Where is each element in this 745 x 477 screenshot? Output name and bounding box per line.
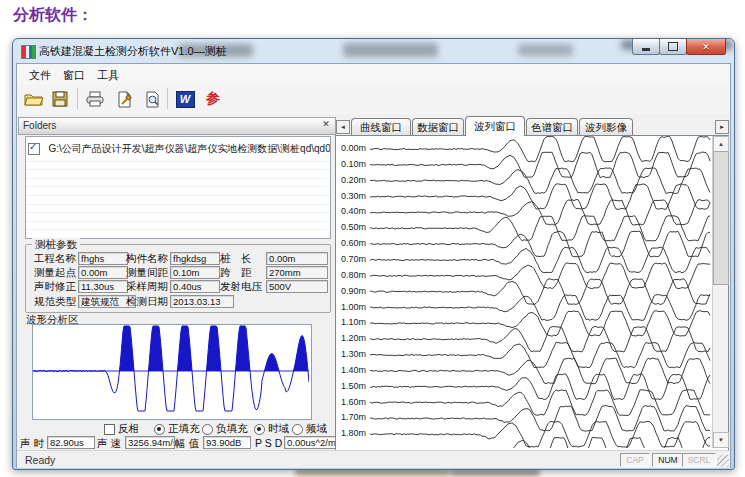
save-floppy-icon: [52, 91, 68, 107]
depth-label: 0.90m: [341, 286, 366, 296]
param-label: 声时修正: [34, 280, 76, 294]
tab-3[interactable]: 色谱窗口: [526, 118, 578, 135]
maximize-button[interactable]: [659, 39, 687, 55]
folders-close-icon[interactable]: ✕: [320, 119, 332, 129]
scroll-down-icon[interactable]: ▼: [713, 432, 729, 448]
checkbox-icon: [104, 424, 115, 435]
sound-speed-label: 声 速: [97, 437, 121, 451]
list-row-line: [26, 161, 330, 162]
param-value-field[interactable]: 270mm: [266, 266, 328, 279]
list-row-line: [26, 195, 330, 196]
depth-label: 0.20m: [341, 175, 366, 185]
param-label: 测量起点: [34, 266, 76, 280]
tab-scroll-left-icon[interactable]: ◄: [336, 120, 350, 134]
background-smudge: [450, 469, 540, 476]
printer-icon: [85, 91, 105, 107]
menu-1[interactable]: 窗口: [59, 67, 89, 84]
tree-item-checkbox[interactable]: [28, 143, 40, 155]
param-value-field[interactable]: fhghs: [78, 252, 128, 265]
menubar: 文件窗口工具: [17, 64, 730, 85]
wave-trace: [370, 216, 710, 241]
time-domain-radio[interactable]: 时域: [254, 422, 289, 436]
param-value-field[interactable]: fhgkdsg: [170, 252, 220, 265]
vertical-scrollbar[interactable]: ▲ ▼: [712, 136, 728, 448]
left-panel: Folders ✕ G:\公司产品设计开发\超声仪器\超声仪实地检测数据\测桩q…: [18, 116, 336, 450]
wave-trace: [370, 390, 710, 416]
sound-speed-field[interactable]: 3256.94m/s: [125, 436, 175, 449]
file-tree[interactable]: G:\公司产品设计开发\超声仪器\超声仪实地检测数据\测桩qd\qd03\qd0…: [25, 136, 331, 239]
tab-2[interactable]: 波列窗口: [465, 116, 525, 136]
positive-fill-radio[interactable]: 正填充: [154, 422, 200, 436]
readouts-row: 声 时 82.90us 声 速 3256.94m/s 幅 值 93.90dB P…: [18, 436, 336, 450]
window-body: 文件窗口工具: [16, 63, 731, 468]
resize-grip[interactable]: [717, 455, 729, 467]
psd-field[interactable]: 0.00us^2/m: [284, 436, 338, 449]
amplitude-field[interactable]: 93.90dB: [203, 436, 251, 449]
param-value-field[interactable]: 2013.03.13: [170, 295, 234, 308]
depth-label: 0.40m: [341, 206, 366, 216]
sound-time-label: 声 时: [20, 437, 44, 451]
save-file-button[interactable]: [48, 87, 72, 111]
wave-trace: [370, 295, 710, 321]
status-message: Ready: [25, 454, 55, 466]
wave-trace: [370, 279, 710, 305]
invert-checkbox[interactable]: 反相: [104, 422, 139, 436]
scrollbar-thumb[interactable]: [713, 151, 729, 285]
titlebar[interactable]: 高铁建混凝土检测分析软件V1.0—测桩 ✕: [13, 39, 734, 63]
close-button[interactable]: ✕: [686, 39, 726, 55]
print-button[interactable]: [83, 87, 107, 111]
wave-trace: [370, 342, 710, 368]
folders-title: Folders: [23, 120, 56, 131]
menu-0[interactable]: 文件: [25, 67, 55, 84]
param-label: 构件名称: [126, 252, 168, 266]
wave-train-traces: [336, 136, 712, 448]
depth-label: 1.10m: [341, 317, 366, 327]
menu-2[interactable]: 工具: [93, 67, 123, 84]
param-label: 测量间距: [126, 266, 168, 280]
param-label: 采样周期: [126, 280, 168, 294]
tab-0[interactable]: 曲线窗口: [351, 118, 411, 135]
list-row-line: [26, 204, 330, 205]
word-icon: W: [176, 91, 195, 108]
tree-item[interactable]: G:\公司产品设计开发\超声仪器\超声仪实地检测数据\测桩qd\qd03\qd0…: [28, 139, 331, 152]
negative-fill-radio[interactable]: 负填充: [202, 422, 248, 436]
print-preview-button[interactable]: [141, 87, 165, 111]
right-panel: ◄ ► 曲线窗口数据窗口波列窗口色谱窗口波列影像 ▲ ▼ 0.00m0.10m0…: [335, 114, 729, 450]
pile-params-title: 测桩参数: [32, 238, 80, 252]
tab-4[interactable]: 波列影像: [579, 118, 633, 135]
wave-train-panel[interactable]: ▲ ▼ 0.00m0.10m0.20m0.30m0.40m0.50m0.60m0…: [335, 135, 729, 451]
list-row-line: [26, 229, 330, 230]
minimize-button[interactable]: [632, 39, 660, 55]
depth-label: 1.80m: [341, 428, 366, 438]
wave-trace: [370, 374, 710, 400]
param-value-field[interactable]: 500V: [266, 280, 328, 293]
depth-label: 1.60m: [341, 397, 366, 407]
tab-scroll-right-icon[interactable]: ►: [715, 120, 729, 134]
wave-analysis-canvas[interactable]: [32, 324, 312, 420]
open-file-button[interactable]: [22, 87, 46, 111]
parameters-button[interactable]: 参: [201, 87, 225, 111]
window-title: 高铁建混凝土检测分析软件V1.0—测桩: [39, 44, 227, 59]
depth-label: 1.30m: [341, 349, 366, 359]
list-row-line: [26, 169, 330, 170]
maximize-icon: [668, 42, 678, 51]
param-label: 桩 长: [220, 252, 252, 266]
param-value-field[interactable]: 11.30us: [78, 280, 128, 293]
param-value-field[interactable]: 0.00m: [266, 252, 328, 265]
tab-1[interactable]: 数据窗口: [412, 118, 464, 135]
scroll-lock-indicator: SCRL: [682, 453, 716, 467]
param-value-field[interactable]: 0.10m: [170, 266, 220, 279]
tabbar: ◄ ► 曲线窗口数据窗口波列窗口色谱窗口波列影像: [335, 114, 729, 135]
param-value-field[interactable]: 0.00m: [78, 266, 128, 279]
wave-trace: [370, 184, 710, 209]
minimize-icon: [642, 48, 650, 51]
report-export-button[interactable]: [113, 87, 137, 111]
sound-time-field[interactable]: 82.90us: [47, 436, 95, 449]
depth-label: 0.80m: [341, 270, 366, 280]
param-value-field[interactable]: 0.40us: [170, 280, 220, 293]
scroll-up-icon[interactable]: ▲: [713, 136, 729, 152]
toolbar: W 参: [17, 84, 730, 115]
psd-label: P S D: [255, 437, 282, 449]
freq-domain-radio[interactable]: 频域: [292, 422, 327, 436]
export-word-button[interactable]: W: [173, 87, 197, 111]
